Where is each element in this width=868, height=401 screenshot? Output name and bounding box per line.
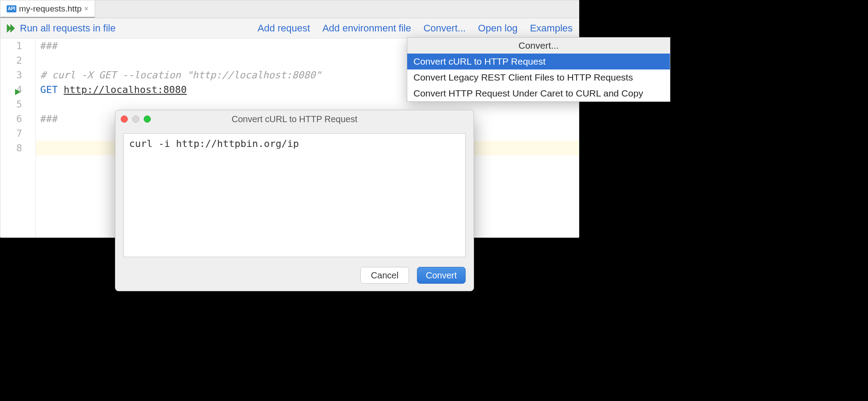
- code-text: ###: [40, 113, 58, 124]
- curl-input[interactable]: [123, 133, 466, 257]
- dialog-titlebar[interactable]: Convert cURL to HTTP Request: [115, 110, 474, 128]
- line-number: 7: [0, 126, 22, 141]
- editor-tabstrip: API my-requests.http ×: [0, 0, 579, 18]
- run-all-label: Run all requests in file: [20, 23, 115, 34]
- open-log-link[interactable]: Open log: [478, 23, 517, 34]
- line-number: 2: [0, 53, 22, 68]
- editor-tab[interactable]: API my-requests.http ×: [0, 0, 95, 18]
- zoom-window-icon[interactable]: [144, 116, 151, 123]
- line-number: 8: [0, 141, 22, 155]
- http-toolbar: Run all requests in file Add request Add…: [0, 18, 579, 39]
- close-window-icon[interactable]: [121, 116, 128, 123]
- menu-item-convert-legacy[interactable]: Convert Legacy REST Client Files to HTTP…: [407, 69, 670, 85]
- play-all-icon: [7, 24, 16, 33]
- add-environment-file-link[interactable]: Add environment file: [322, 23, 411, 34]
- line-number: 1: [0, 39, 22, 53]
- line-number: 3: [0, 68, 22, 82]
- examples-link[interactable]: Examples: [530, 23, 573, 34]
- minimize-window-icon: [132, 116, 139, 123]
- menu-item-convert-curl[interactable]: Convert cURL to HTTP Request: [407, 54, 670, 69]
- svg-marker-1: [11, 24, 15, 32]
- add-request-link[interactable]: Add request: [258, 23, 310, 34]
- gutter: 1 2 3 4 5 6 7 8: [0, 39, 36, 238]
- svg-marker-2: [15, 89, 20, 95]
- menu-item-convert-to-curl[interactable]: Convert HTTP Request Under Caret to CURL…: [407, 85, 670, 101]
- api-file-icon: API: [7, 5, 16, 12]
- http-method: GET: [40, 84, 58, 95]
- close-icon[interactable]: ×: [84, 5, 88, 13]
- convert-button[interactable]: Convert: [417, 267, 466, 284]
- cancel-button[interactable]: Cancel: [360, 267, 409, 284]
- editor-tab-filename: my-requests.http: [19, 4, 82, 14]
- code-text: ###: [40, 40, 58, 51]
- run-all-requests-button[interactable]: Run all requests in file: [7, 23, 115, 34]
- http-url: http://localhost:8080: [64, 84, 187, 95]
- convert-curl-dialog: Convert cURL to HTTP Request Cancel Conv…: [115, 110, 474, 291]
- window-controls: [121, 116, 151, 123]
- convert-link[interactable]: Convert...: [424, 23, 466, 34]
- line-number: 6: [0, 112, 22, 126]
- run-gutter-icon[interactable]: [15, 86, 20, 100]
- menu-title: Convert...: [407, 38, 670, 54]
- code-comment: # curl -X GET --location "http://localho…: [40, 69, 321, 81]
- convert-menu: Convert... Convert cURL to HTTP Request …: [407, 37, 670, 102]
- dialog-title: Convert cURL to HTTP Request: [232, 114, 358, 124]
- line-number: 4: [0, 82, 22, 97]
